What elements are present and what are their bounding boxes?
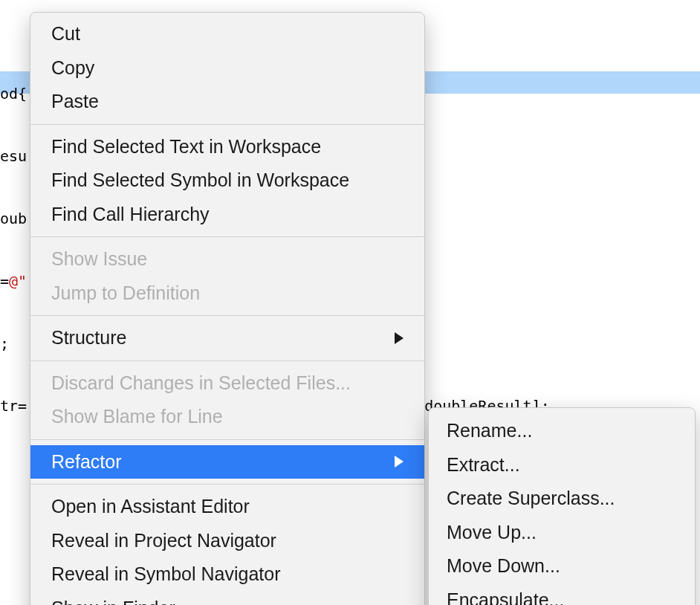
context-menu[interactable]: Cut Copy Paste Find Selected Text in Wor…	[30, 12, 425, 605]
menu-item-paste[interactable]: Paste	[30, 85, 424, 119]
menu-item-structure[interactable]: Structure	[30, 321, 424, 355]
menu-separator	[30, 360, 424, 361]
menu-item-show-blame: Show Blame for Line	[30, 400, 424, 434]
menu-item-refactor[interactable]: Refactor	[30, 445, 424, 479]
menu-separator	[30, 439, 424, 440]
menu-item-reveal-symbol-navigator[interactable]: Reveal in Symbol Navigator	[30, 557, 424, 592]
menu-separator	[30, 315, 424, 316]
menu-separator	[30, 484, 424, 485]
menu-item-reveal-project-navigator[interactable]: Reveal in Project Navigator	[30, 524, 424, 558]
menu-separator	[30, 236, 424, 237]
submenu-item-move-down[interactable]: Move Down...	[429, 549, 695, 583]
submenu-item-encapsulate[interactable]: Encapsulate...	[429, 583, 695, 606]
submenu-item-rename[interactable]: Rename...	[429, 414, 695, 448]
menu-item-find-call-hierarchy[interactable]: Find Call Hierarchy	[30, 198, 424, 232]
submenu-arrow-icon	[395, 332, 404, 344]
menu-item-jump-to-definition: Jump to Definition	[30, 276, 424, 311]
menu-item-discard-changes: Discard Changes in Selected Files...	[30, 366, 424, 401]
submenu-arrow-icon	[395, 456, 404, 468]
menu-item-copy[interactable]: Copy	[30, 51, 424, 85]
menu-item-show-in-finder[interactable]: Show in Finder	[30, 592, 424, 606]
menu-separator	[30, 124, 424, 125]
menu-item-find-selected-text[interactable]: Find Selected Text in Workspace	[30, 130, 424, 164]
submenu-item-move-up[interactable]: Move Up...	[429, 516, 695, 550]
menu-item-cut[interactable]: Cut	[30, 17, 424, 51]
menu-item-find-selected-symbol[interactable]: Find Selected Symbol in Workspace	[30, 164, 424, 198]
menu-item-open-assistant[interactable]: Open in Assistant Editor	[30, 490, 424, 524]
menu-item-show-issue: Show Issue	[30, 242, 424, 276]
submenu-item-create-superclass[interactable]: Create Superclass...	[429, 482, 695, 516]
submenu-item-extract[interactable]: Extract...	[429, 448, 695, 482]
refactor-submenu[interactable]: Rename... Extract... Create Superclass..…	[428, 407, 696, 605]
